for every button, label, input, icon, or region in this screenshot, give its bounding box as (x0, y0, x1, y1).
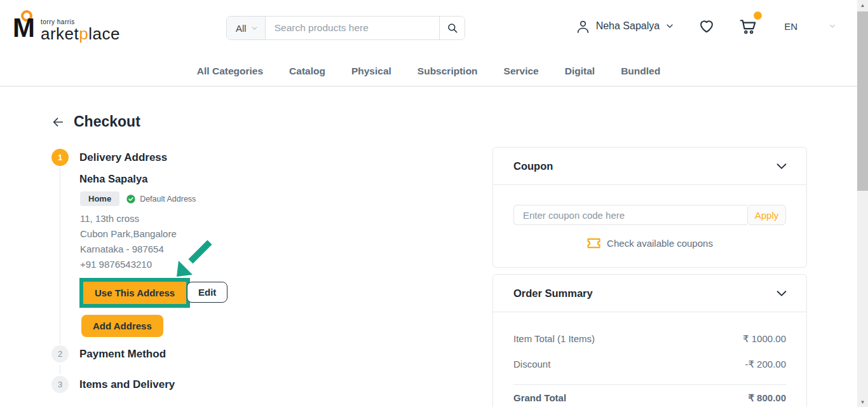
logo-wordmark: arketplace (41, 25, 120, 42)
step-3-label: Items and Delivery (79, 378, 175, 391)
item-total-label: Item Total (1 Items) (513, 333, 595, 345)
order-summary-accordion-header[interactable]: Order Summary (493, 275, 806, 312)
search-button[interactable] (439, 17, 465, 39)
order-summary-title: Order Summary (513, 287, 593, 300)
page-title: Checkout (74, 113, 140, 130)
grand-total-label: Grand Total (513, 392, 566, 404)
address-block: 11, 13th cross Cubon Park,Bangalore Karn… (80, 211, 177, 272)
user-icon (575, 18, 591, 34)
step-3-indicator: 3 (51, 376, 69, 393)
step-2-label: Payment Method (79, 348, 166, 361)
coupon-ticket-icon (587, 237, 601, 249)
check-circle-icon (126, 194, 136, 204)
cart-icon (738, 17, 757, 36)
default-address-label: Default Address (140, 195, 196, 204)
product-search-bar: All (226, 16, 465, 40)
wishlist-button[interactable] (698, 18, 715, 34)
edit-address-button[interactable]: Edit (187, 282, 227, 303)
nav-physical[interactable]: Physical (351, 66, 391, 77)
address-tag-home[interactable]: Home (80, 191, 119, 206)
order-summary-card: Order Summary Item Total (1 Items) ₹ 100… (492, 274, 807, 407)
check-available-coupons-link[interactable]: Check available coupons (513, 237, 786, 249)
cart-count-badge (754, 11, 762, 20)
nav-digital[interactable]: Digital (565, 66, 595, 77)
back-arrow-icon (51, 115, 65, 129)
chevron-down-icon (250, 24, 259, 32)
apply-coupon-button[interactable]: Apply (747, 205, 786, 225)
coupon-title: Coupon (513, 160, 553, 172)
account-menu[interactable]: Neha Sapalya (575, 18, 675, 34)
discount-label: Discount (513, 359, 550, 370)
header-actions: Neha Sapalya EN (575, 17, 837, 36)
step-connector (60, 365, 60, 374)
cart-button[interactable] (738, 17, 757, 36)
logo-bag-icon: M (13, 10, 41, 43)
step-2-indicator: 2 (51, 345, 69, 362)
chevron-down-icon (775, 286, 789, 300)
language-dropdown[interactable] (828, 22, 837, 31)
search-category-dropdown[interactable]: All (227, 17, 266, 39)
item-total-value: ₹ 1000.00 (743, 333, 786, 345)
address-line: Karnataka - 987654 (80, 242, 177, 257)
scrollbar-up-arrow[interactable]: ▲ (857, 0, 868, 10)
coupon-code-input[interactable] (513, 205, 747, 225)
summary-row-item-total: Item Total (1 Items) ₹ 1000.00 (513, 333, 786, 345)
address-line: Cubon Park,Bangalore (80, 226, 177, 242)
coupon-accordion-header[interactable]: Coupon (493, 148, 806, 185)
category-nav: All Categories Catalog Physical Subscrip… (0, 56, 857, 86)
nav-all-categories[interactable]: All Categories (197, 66, 263, 77)
step-1-indicator: 1 (51, 149, 69, 166)
user-name: Neha Sapalya (596, 20, 660, 32)
address-line: +91 9876543210 (80, 257, 177, 272)
marketplace-logo[interactable]: M torry harris arketplace (13, 10, 120, 43)
add-address-button[interactable]: Add Address (81, 315, 163, 337)
checkout-page: M torry harris arketplace All Neha Sapal… (0, 0, 868, 407)
nav-service[interactable]: Service (504, 66, 539, 77)
use-this-address-button[interactable]: Use This Address (83, 282, 186, 304)
page-scrollbar[interactable]: ▲ ▼ (857, 0, 868, 407)
summary-divider (513, 384, 786, 385)
nav-bundled[interactable]: Bundled (621, 66, 660, 77)
search-category-label: All (236, 23, 247, 34)
coupon-card: Coupon Apply Check available coupons (492, 147, 807, 268)
nav-subscription[interactable]: Subscription (417, 66, 478, 77)
top-header: M torry harris arketplace All Neha Sapal… (0, 0, 857, 56)
address-name: Neha Sapalya (79, 173, 147, 185)
heart-icon (698, 18, 715, 34)
summary-row-discount: Discount -₹ 200.00 (513, 359, 786, 370)
language-selector[interactable]: EN (784, 21, 797, 32)
step-connector (60, 167, 60, 344)
nav-catalog[interactable]: Catalog (289, 66, 325, 77)
search-icon (447, 22, 458, 34)
discount-value: -₹ 200.00 (745, 359, 786, 370)
chevron-down-icon (828, 22, 837, 31)
summary-row-grand-total: Grand Total ₹ 800.00 (513, 392, 786, 404)
search-input[interactable] (266, 17, 439, 39)
scrollbar-thumb[interactable] (857, 11, 868, 191)
scrollbar-down-arrow[interactable]: ▼ (857, 397, 868, 407)
chevron-down-icon (665, 21, 675, 31)
chevron-down-icon (775, 159, 789, 173)
grand-total-value: ₹ 800.00 (748, 392, 786, 404)
step-1-label: Delivery Address (79, 151, 167, 164)
address-line: 11, 13th cross (80, 211, 177, 226)
default-address-badge: Default Address (126, 194, 196, 204)
use-this-address-highlight: Use This Address (79, 278, 190, 308)
check-available-coupons-label: Check available coupons (607, 238, 713, 249)
back-button[interactable] (51, 115, 65, 129)
